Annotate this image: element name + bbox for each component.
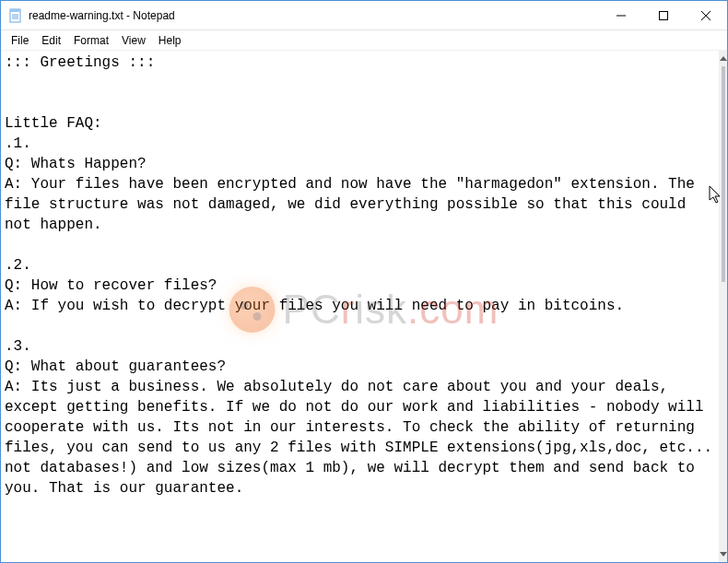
menu-file[interactable]: File [5,32,35,49]
menu-format[interactable]: Format [67,32,115,49]
vertical-scrollbar[interactable] [719,51,727,562]
scroll-thumb[interactable] [722,66,725,282]
svg-rect-1 [10,9,20,12]
titlebar[interactable]: readme-warning.txt - Notepad [1,1,727,30]
notepad-app-icon [8,8,23,23]
minimize-button[interactable] [600,1,642,29]
text-editor[interactable]: ::: Greetings ::: Little FAQ: .1. Q: Wha… [1,51,719,562]
window-controls [600,1,727,29]
notepad-window: readme-warning.txt - Notepad File Edit F… [0,0,728,563]
menubar: File Edit Format View Help [1,30,727,51]
scroll-up-arrow[interactable] [720,51,727,66]
menu-help[interactable]: Help [152,32,188,49]
window-title: readme-warning.txt - Notepad [29,9,175,22]
scroll-down-arrow[interactable] [720,546,727,562]
content-area: ::: Greetings ::: Little FAQ: .1. Q: Wha… [1,51,727,562]
svg-rect-6 [660,11,668,19]
scroll-track[interactable] [720,66,727,546]
maximize-button[interactable] [642,1,685,29]
close-button[interactable] [685,1,727,29]
menu-view[interactable]: View [115,32,152,49]
menu-edit[interactable]: Edit [35,32,67,49]
